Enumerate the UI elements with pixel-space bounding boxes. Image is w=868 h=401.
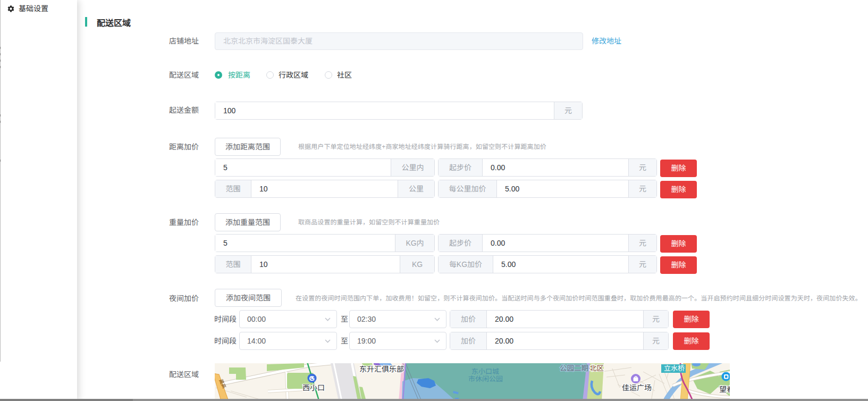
svg-text:公园二期: 公园二期 [560,364,588,372]
svg-text:东小口城: 东小口城 [471,367,499,375]
svg-text:东升汇俱乐部: 东升汇俱乐部 [359,365,404,373]
svg-text:立水桥: 立水桥 [664,364,685,372]
svg-text:望春: 望春 [719,385,730,394]
svg-text:北区: 北区 [589,364,604,372]
svg-text:佳运广场: 佳运广场 [622,383,652,392]
svg-text:市休闲公园: 市休闲公园 [468,375,503,383]
svg-text:西小口: 西小口 [302,383,325,392]
